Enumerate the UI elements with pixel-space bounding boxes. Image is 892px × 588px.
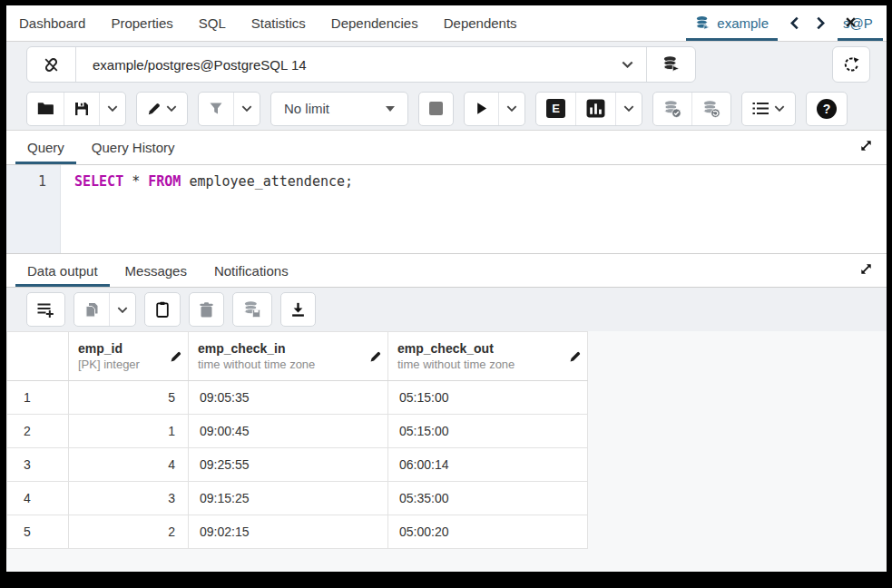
execute-query-button[interactable] — [465, 93, 498, 125]
edit-column-icon[interactable] — [170, 350, 182, 363]
row-number-cell[interactable]: 1 — [7, 381, 69, 415]
chevron-down-icon — [774, 105, 785, 112]
cell-emp-check-in[interactable]: 09:05:35 — [189, 381, 388, 415]
cancel-query-button[interactable] — [419, 93, 453, 125]
disconnect-plug-icon — [42, 55, 61, 74]
tab-statistics[interactable]: Statistics — [239, 5, 319, 41]
cell-emp-id[interactable]: 3 — [69, 482, 189, 515]
column-type: [PK] integer — [78, 358, 168, 371]
filter-options-toggle[interactable] — [233, 93, 260, 125]
explain-options-toggle[interactable] — [615, 93, 642, 125]
tab-dashboard[interactable]: Dashboard — [6, 5, 98, 41]
corner-header-cell[interactable] — [7, 332, 69, 381]
tab-query[interactable]: Query — [14, 131, 78, 164]
open-file-button[interactable] — [27, 93, 64, 125]
chevron-down-icon — [622, 61, 633, 68]
macros-button[interactable] — [742, 93, 795, 125]
connection-selector: example/postgres@PostgreSQL 14 — [26, 46, 696, 83]
column-header-emp-check-out[interactable]: emp_check_out time without time zone — [388, 332, 588, 381]
row-number-cell[interactable]: 4 — [7, 482, 69, 515]
cell-emp-check-out[interactable]: 05:00:20 — [388, 515, 588, 549]
connection-status-button[interactable] — [27, 47, 76, 82]
cell-emp-check-out[interactable]: 06:00:14 — [388, 448, 588, 482]
main-tab-bar: Dashboard Properties SQL Statistics Depe… — [6, 5, 887, 42]
save-options-toggle[interactable] — [99, 93, 125, 125]
tab-dependents[interactable]: Dependents — [431, 5, 530, 41]
row-limit-value: No limit — [284, 101, 329, 116]
save-file-button[interactable] — [64, 93, 99, 125]
tab-scroll-right-button[interactable] — [808, 5, 834, 41]
column-header-emp-check-in[interactable]: emp_check_in time without time zone — [189, 332, 388, 381]
filter-button[interactable] — [199, 93, 233, 125]
sql-editor[interactable]: 1 SELECT * FROM employee_attendence; — [6, 165, 887, 253]
execute-options-toggle[interactable] — [498, 93, 524, 125]
paste-button[interactable] — [145, 293, 180, 326]
add-row-button[interactable] — [27, 293, 64, 326]
sql-star: * — [132, 173, 140, 190]
new-connection-button[interactable] — [646, 47, 695, 82]
tab-data-output[interactable]: Data output — [14, 254, 112, 287]
query-toolbar: No limit E — [6, 87, 887, 131]
cell-emp-id[interactable]: 5 — [69, 381, 189, 415]
delete-row-button[interactable] — [190, 293, 223, 326]
save-data-changes-button[interactable] — [233, 293, 271, 326]
help-button[interactable]: ? — [807, 93, 847, 125]
expand-editor-button[interactable] — [858, 138, 874, 153]
edit-column-icon[interactable] — [369, 350, 382, 363]
close-icon[interactable] — [845, 16, 857, 28]
row-number-cell[interactable]: 5 — [7, 515, 69, 549]
copy-button[interactable] — [74, 293, 109, 326]
cell-emp-id[interactable]: 4 — [69, 448, 189, 482]
tab-notifications[interactable]: Notifications — [201, 254, 302, 287]
cell-emp-id[interactable]: 2 — [69, 515, 189, 549]
editor-code-line[interactable]: SELECT * FROM employee_attendence; — [61, 165, 353, 253]
edit-menu-button[interactable] — [137, 93, 187, 125]
cell-emp-check-in[interactable]: 09:25:55 — [189, 448, 388, 482]
tab-sql[interactable]: SQL — [186, 5, 239, 41]
cell-emp-id[interactable]: 1 — [69, 415, 189, 448]
row-limit-select[interactable]: No limit — [271, 93, 407, 125]
explain-button[interactable]: E — [536, 93, 575, 125]
cell-emp-check-out[interactable]: 05:35:00 — [388, 482, 588, 515]
explain-analyze-button[interactable] — [575, 93, 615, 125]
tab-query-history[interactable]: Query History — [78, 131, 189, 164]
cell-emp-check-in[interactable]: 09:15:25 — [189, 482, 388, 515]
database-connect-icon — [662, 55, 681, 74]
ordered-list-icon — [752, 102, 769, 115]
cell-emp-check-out[interactable]: 05:15:00 — [388, 415, 588, 448]
chevron-down-icon — [166, 105, 177, 112]
results-table: emp_id [PK] integer emp_check_in time wi… — [6, 331, 588, 549]
tab-query-tool-overflow[interactable]: s@P — [834, 5, 887, 41]
connection-dropdown-value[interactable]: example/postgres@PostgreSQL 14 — [76, 47, 608, 82]
tab-properties[interactable]: Properties — [98, 5, 185, 41]
edit-column-icon[interactable] — [569, 350, 582, 363]
tab-query-tool-label: example — [717, 15, 769, 31]
table-row: 5 2 09:02:15 05:00:20 — [7, 515, 588, 549]
cell-emp-check-in[interactable]: 09:00:45 — [189, 415, 388, 448]
expand-output-button[interactable] — [858, 261, 874, 277]
column-header-emp-id[interactable]: emp_id [PK] integer — [69, 332, 189, 381]
help-icon: ? — [817, 99, 837, 119]
refresh-connection-button[interactable] — [832, 46, 870, 83]
table-row: 3 4 09:25:55 06:00:14 — [7, 448, 588, 482]
pencil-icon — [147, 102, 162, 116]
cell-emp-check-out[interactable]: 05:15:00 — [388, 381, 588, 415]
commit-button[interactable] — [653, 93, 691, 125]
column-name: emp_id — [78, 341, 168, 356]
chevron-right-icon — [816, 16, 826, 30]
row-number-cell[interactable]: 2 — [7, 415, 69, 448]
chevron-down-icon — [241, 105, 252, 112]
copy-options-toggle[interactable] — [109, 293, 135, 326]
tab-query-tool-example[interactable]: example — [682, 5, 781, 41]
trash-icon — [200, 302, 213, 318]
rollback-button[interactable] — [691, 93, 730, 125]
download-results-button[interactable] — [281, 293, 315, 326]
row-number-cell[interactable]: 3 — [7, 448, 69, 482]
chevron-down-icon — [623, 105, 634, 112]
connection-dropdown-toggle[interactable] — [608, 47, 646, 82]
chevron-left-icon — [789, 16, 799, 30]
tab-dependencies[interactable]: Dependencies — [319, 5, 431, 41]
tab-messages[interactable]: Messages — [112, 254, 201, 287]
cell-emp-check-in[interactable]: 09:02:15 — [189, 515, 388, 549]
tab-scroll-left-button[interactable] — [781, 5, 808, 41]
